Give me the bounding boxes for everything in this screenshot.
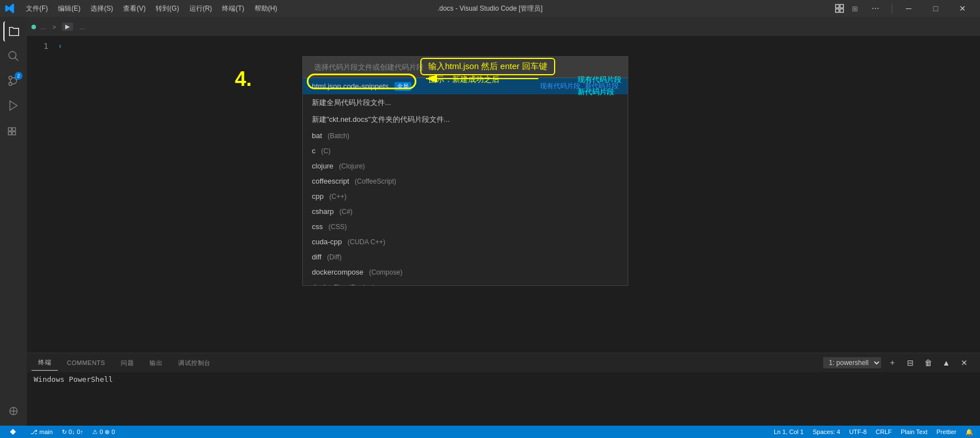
command-item-cpp[interactable]: cpp (C++) bbox=[303, 189, 628, 204]
menu-run[interactable]: 运行(R) bbox=[185, 3, 217, 15]
minimize-button[interactable]: ─ bbox=[896, 0, 922, 17]
status-bar-left: ⎇ main ↻ 0↓ 0↑ ⚠ 0 ⊗ 0 bbox=[4, 428, 117, 436]
activity-icon-search[interactable] bbox=[3, 46, 24, 66]
panel-tabs: 终端 COMMENTS 问题 输出 调试控制台 1: powershell ＋ … bbox=[27, 353, 980, 373]
delete-terminal-button[interactable]: 🗑 bbox=[922, 356, 935, 369]
svg-point-6 bbox=[9, 76, 12, 80]
editor-gutter: › bbox=[55, 41, 65, 52]
editor-content: 1 › html.json.code-snippets 全局 现有代码片段 bbox=[27, 36, 980, 353]
terminal-content[interactable]: Windows PowerShell bbox=[27, 373, 980, 426]
menu-goto[interactable]: 转到(G) bbox=[151, 3, 183, 15]
status-remote-icon[interactable] bbox=[4, 428, 21, 436]
menu-view[interactable]: 查看(V) bbox=[119, 3, 150, 15]
vscode-logo-icon bbox=[4, 3, 16, 14]
panel-tab-output[interactable]: 输出 bbox=[143, 355, 169, 371]
menu-edit[interactable]: 编辑(E) bbox=[53, 3, 85, 15]
svg-rect-2 bbox=[840, 9, 843, 12]
tab-bar: ... > ▶ ... bbox=[27, 17, 980, 36]
svg-rect-10 bbox=[8, 127, 12, 131]
command-item-new-global[interactable]: 新建全局代码片段文件... bbox=[303, 94, 628, 111]
command-list: 新建全局代码片段文件... 新建"ckt.net.docs"文件夹的代码片段文件… bbox=[303, 94, 628, 285]
panel-tab-comments[interactable]: COMMENTS bbox=[60, 356, 112, 369]
maximize-panel-button[interactable]: ▲ bbox=[940, 356, 953, 369]
svg-rect-13 bbox=[12, 132, 16, 135]
activity-icon-remote[interactable] bbox=[3, 401, 24, 421]
activity-icon-source-control[interactable]: 2 bbox=[3, 71, 24, 91]
selected-badge: 全局 bbox=[394, 82, 411, 91]
menu-help[interactable]: 帮助(H) bbox=[250, 3, 282, 15]
status-eol[interactable]: CRLF bbox=[873, 428, 894, 435]
svg-rect-1 bbox=[840, 4, 843, 8]
panel-tab-terminal[interactable]: 终端 bbox=[31, 355, 58, 371]
bottom-panel: 终端 COMMENTS 问题 输出 调试控制台 1: powershell ＋ … bbox=[27, 353, 980, 426]
command-item-selected[interactable]: html.json.code-snippets 全局 现有代码片段 新代码片段 bbox=[303, 78, 628, 94]
panel-tab-problems[interactable]: 问题 bbox=[114, 355, 140, 371]
status-spaces[interactable]: Spaces: 4 bbox=[810, 428, 842, 435]
command-item-dockerfile[interactable]: dockerfile (Docker) bbox=[303, 280, 628, 285]
status-sync[interactable]: ↻ 0↓ 0↑ bbox=[60, 428, 85, 436]
activity-icon-run[interactable] bbox=[3, 95, 24, 116]
split-terminal-button[interactable]: ⊟ bbox=[904, 356, 917, 369]
command-item-dockercompose[interactable]: dockercompose (Compose) bbox=[303, 264, 628, 280]
terminal-selector[interactable]: 1: powershell bbox=[823, 357, 881, 368]
svg-marker-9 bbox=[10, 101, 17, 111]
command-item-coffeescript[interactable]: coffeescript (CoffeeScript) bbox=[303, 174, 628, 189]
selected-snippet-name: html.json.code-snippets bbox=[312, 82, 389, 90]
layout-button[interactable]: ⊞ bbox=[849, 0, 861, 17]
command-palette-input[interactable] bbox=[307, 57, 623, 77]
command-item-diff[interactable]: diff (Diff) bbox=[303, 249, 628, 264]
svg-rect-12 bbox=[8, 132, 12, 135]
source-control-badge: 2 bbox=[15, 72, 22, 80]
panel-right-controls: 1: powershell ＋ ⊟ 🗑 ▲ ✕ bbox=[823, 356, 976, 369]
terminal-output: Windows PowerShell bbox=[34, 375, 113, 384]
add-terminal-button[interactable]: ＋ bbox=[886, 356, 899, 369]
status-bar-right: Ln 1, Col 1 Spaces: 4 UTF-8 CRLF Plain T… bbox=[772, 428, 976, 436]
svg-rect-0 bbox=[836, 4, 839, 8]
command-item-csharp[interactable]: csharp (C#) bbox=[303, 204, 628, 219]
svg-point-8 bbox=[9, 83, 12, 86]
menu-select[interactable]: 选择(S) bbox=[86, 3, 117, 15]
svg-rect-11 bbox=[12, 127, 16, 131]
status-notifications[interactable]: 🔔 bbox=[963, 428, 976, 436]
annotation-step-number: 4. bbox=[235, 67, 252, 91]
titlebar: 文件(F) 编辑(E) 选择(S) 查看(V) 转到(G) 运行(R) 终端(T… bbox=[0, 0, 980, 17]
svg-point-4 bbox=[9, 52, 16, 59]
window-controls: ⊞ ··· ─ □ ✕ bbox=[832, 0, 976, 17]
status-bar: ⎇ main ↻ 0↓ 0↑ ⚠ 0 ⊗ 0 Ln 1, Col 1 Space… bbox=[0, 426, 980, 438]
existing-snippets-link[interactable]: 现有代码片段 bbox=[540, 81, 580, 91]
command-item-new-folder[interactable]: 新建"ckt.net.docs"文件夹的代码片段文件... bbox=[303, 111, 628, 128]
line-numbers: 1 bbox=[27, 36, 55, 56]
window-title: .docs - Visual Studio Code [管理员] bbox=[437, 4, 542, 13]
main-layout: 2 ... > ▶ ... bbox=[0, 17, 980, 426]
right-actions: 现有代码片段 新代码片段 bbox=[540, 81, 619, 91]
menu-terminal[interactable]: 终端(T) bbox=[217, 3, 248, 15]
maximize-button[interactable]: □ bbox=[923, 0, 949, 17]
command-palette: html.json.code-snippets 全局 现有代码片段 新代码片段 … bbox=[302, 56, 628, 286]
close-panel-button[interactable]: ✕ bbox=[958, 356, 971, 369]
command-palette-header bbox=[303, 57, 628, 78]
command-item-bat[interactable]: bat (Batch) bbox=[303, 128, 628, 143]
status-position[interactable]: Ln 1, Col 1 bbox=[772, 428, 806, 435]
status-language[interactable]: Plain Text bbox=[899, 428, 930, 435]
panel-tab-debug[interactable]: 调试控制台 bbox=[171, 355, 217, 371]
svg-line-5 bbox=[15, 58, 19, 61]
command-item-clojure[interactable]: clojure (Clojure) bbox=[303, 158, 628, 174]
menu-file[interactable]: 文件(F) bbox=[21, 3, 52, 15]
svg-rect-3 bbox=[836, 9, 839, 12]
status-encoding[interactable]: UTF-8 bbox=[847, 428, 869, 435]
status-errors[interactable]: ⚠ 0 ⊗ 0 bbox=[90, 428, 117, 436]
titlebar-menu: 文件(F) 编辑(E) 选择(S) 查看(V) 转到(G) 运行(R) 终端(T… bbox=[21, 3, 282, 15]
more-actions-button[interactable]: ··· bbox=[863, 0, 888, 17]
command-item-cuda-cpp[interactable]: cuda-cpp (CUDA C++) bbox=[303, 234, 628, 249]
remote-button[interactable] bbox=[832, 0, 847, 17]
close-button[interactable]: ✕ bbox=[950, 0, 976, 17]
status-branch[interactable]: ⎇ main bbox=[28, 428, 55, 436]
activity-icon-explorer[interactable] bbox=[3, 21, 24, 42]
status-formatter[interactable]: Prettier bbox=[934, 428, 959, 435]
command-item-css[interactable]: css (CSS) bbox=[303, 219, 628, 234]
activity-bar: 2 bbox=[0, 17, 27, 426]
command-item-c[interactable]: c (C) bbox=[303, 143, 628, 158]
new-snippet-link[interactable]: 新代码片段 bbox=[585, 81, 619, 91]
tab-breadcrumb-area: ... > ▶ ... bbox=[27, 17, 980, 36]
activity-icon-extensions[interactable] bbox=[3, 120, 24, 140]
